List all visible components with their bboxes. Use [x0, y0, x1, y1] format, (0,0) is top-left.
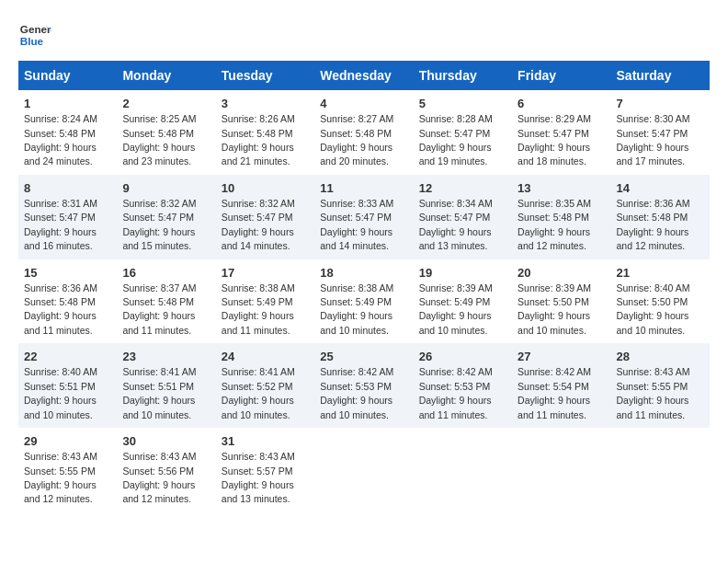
calendar-cell: 21 Sunrise: 8:40 AM Sunset: 5:50 PM Dayl… — [611, 259, 710, 344]
day-number: 11 — [320, 180, 407, 197]
daylight-info: Daylight: 9 hours and 12 minutes. — [518, 226, 590, 251]
calendar-cell: 29 Sunrise: 8:43 AM Sunset: 5:55 PM Dayl… — [18, 428, 117, 512]
calendar-cell: 15 Sunrise: 8:36 AM Sunset: 5:48 PM Dayl… — [18, 259, 117, 344]
daylight-info: Daylight: 9 hours and 10 minutes. — [122, 395, 195, 419]
sunrise-info: Sunrise: 8:32 AM — [122, 198, 196, 209]
sunset-info: Sunset: 5:55 PM — [24, 465, 96, 477]
sunset-info: Sunset: 5:49 PM — [320, 296, 392, 307]
sunrise-info: Sunrise: 8:29 AM — [518, 113, 591, 124]
daylight-info: Daylight: 9 hours and 17 minutes. — [617, 142, 689, 167]
calendar-cell: 10 Sunrise: 8:32 AM Sunset: 5:47 PM Dayl… — [216, 175, 314, 259]
sunset-info: Sunset: 5:47 PM — [419, 212, 491, 223]
sunrise-info: Sunrise: 8:40 AM — [24, 366, 97, 377]
sunset-info: Sunset: 5:52 PM — [222, 381, 293, 392]
daylight-info: Daylight: 9 hours and 12 minutes. — [122, 479, 195, 504]
sunrise-info: Sunrise: 8:43 AM — [222, 451, 295, 462]
sunset-info: Sunset: 5:47 PM — [617, 128, 688, 139]
calendar-cell: 2 Sunrise: 8:25 AM Sunset: 5:48 PM Dayli… — [117, 90, 215, 175]
sunrise-info: Sunrise: 8:30 AM — [617, 113, 690, 124]
column-header-monday: Monday — [117, 61, 215, 90]
svg-text:General: General — [20, 23, 51, 35]
sunrise-info: Sunrise: 8:36 AM — [24, 282, 97, 293]
day-number: 2 — [122, 96, 210, 112]
sunrise-info: Sunrise: 8:43 AM — [24, 451, 97, 462]
sunset-info: Sunset: 5:48 PM — [518, 212, 589, 223]
daylight-info: Daylight: 9 hours and 18 minutes. — [518, 142, 590, 167]
calendar-cell: 7 Sunrise: 8:30 AM Sunset: 5:47 PM Dayli… — [611, 90, 710, 175]
calendar-cell: 9 Sunrise: 8:32 AM Sunset: 5:47 PM Dayli… — [117, 175, 215, 259]
day-number: 3 — [222, 96, 309, 112]
sunrise-info: Sunrise: 8:38 AM — [320, 282, 393, 293]
calendar-cell — [611, 428, 710, 512]
column-header-sunday: Sunday — [18, 61, 117, 90]
calendar-cell: 14 Sunrise: 8:36 AM Sunset: 5:48 PM Dayl… — [611, 175, 710, 259]
calendar-cell: 4 Sunrise: 8:27 AM Sunset: 5:48 PM Dayli… — [314, 90, 413, 175]
calendar-cell — [314, 428, 413, 512]
daylight-info: Daylight: 9 hours and 11 minutes. — [518, 395, 590, 419]
calendar-cell: 27 Sunrise: 8:42 AM Sunset: 5:54 PM Dayl… — [512, 343, 610, 428]
sunrise-info: Sunrise: 8:43 AM — [122, 451, 196, 462]
daylight-info: Daylight: 9 hours and 13 minutes. — [419, 226, 492, 251]
daylight-info: Daylight: 9 hours and 11 minutes. — [24, 310, 97, 335]
sunset-info: Sunset: 5:47 PM — [122, 212, 194, 223]
daylight-info: Daylight: 9 hours and 10 minutes. — [222, 395, 294, 419]
column-header-saturday: Saturday — [611, 61, 710, 90]
daylight-info: Daylight: 9 hours and 10 minutes. — [320, 395, 392, 419]
daylight-info: Daylight: 9 hours and 11 minutes. — [122, 310, 195, 335]
sunset-info: Sunset: 5:51 PM — [24, 381, 96, 392]
sunset-info: Sunset: 5:48 PM — [617, 212, 688, 223]
sunrise-info: Sunrise: 8:34 AM — [419, 198, 493, 209]
sunset-info: Sunset: 5:47 PM — [419, 128, 491, 139]
daylight-info: Daylight: 9 hours and 24 minutes. — [24, 142, 97, 167]
sunset-info: Sunset: 5:48 PM — [24, 296, 96, 307]
sunset-info: Sunset: 5:48 PM — [320, 128, 392, 139]
sunrise-info: Sunrise: 8:36 AM — [617, 198, 690, 209]
sunset-info: Sunset: 5:51 PM — [122, 381, 194, 392]
calendar-cell: 17 Sunrise: 8:38 AM Sunset: 5:49 PM Dayl… — [216, 259, 314, 344]
calendar-cell: 6 Sunrise: 8:29 AM Sunset: 5:47 PM Dayli… — [512, 90, 610, 175]
header: General Blue — [18, 18, 710, 52]
daylight-info: Daylight: 9 hours and 11 minutes. — [419, 395, 492, 419]
column-header-thursday: Thursday — [414, 61, 512, 90]
day-number: 10 — [222, 180, 309, 197]
calendar-cell: 11 Sunrise: 8:33 AM Sunset: 5:47 PM Dayl… — [314, 175, 413, 259]
svg-text:Blue: Blue — [20, 35, 44, 47]
calendar-header-row: SundayMondayTuesdayWednesdayThursdayFrid… — [18, 61, 710, 90]
daylight-info: Daylight: 9 hours and 16 minutes. — [24, 226, 97, 251]
day-number: 30 — [122, 433, 210, 450]
calendar-week-row: 22 Sunrise: 8:40 AM Sunset: 5:51 PM Dayl… — [18, 343, 710, 428]
sunrise-info: Sunrise: 8:42 AM — [419, 366, 493, 377]
sunrise-info: Sunrise: 8:43 AM — [617, 366, 690, 377]
calendar-cell: 18 Sunrise: 8:38 AM Sunset: 5:49 PM Dayl… — [314, 259, 413, 344]
day-number: 7 — [617, 96, 704, 112]
day-number: 4 — [320, 96, 407, 112]
day-number: 16 — [122, 265, 210, 282]
column-header-tuesday: Tuesday — [216, 61, 314, 90]
daylight-info: Daylight: 9 hours and 21 minutes. — [222, 142, 294, 167]
calendar-cell: 12 Sunrise: 8:34 AM Sunset: 5:47 PM Dayl… — [414, 175, 512, 259]
sunset-info: Sunset: 5:47 PM — [222, 212, 293, 223]
day-number: 20 — [518, 265, 605, 282]
daylight-info: Daylight: 9 hours and 10 minutes. — [518, 310, 590, 335]
daylight-info: Daylight: 9 hours and 12 minutes. — [24, 479, 97, 504]
calendar-cell — [414, 428, 512, 512]
day-number: 23 — [122, 349, 210, 365]
day-number: 9 — [122, 180, 210, 197]
day-number: 17 — [222, 265, 309, 282]
daylight-info: Daylight: 9 hours and 10 minutes. — [320, 310, 392, 335]
daylight-info: Daylight: 9 hours and 12 minutes. — [617, 226, 689, 251]
calendar-cell: 8 Sunrise: 8:31 AM Sunset: 5:47 PM Dayli… — [18, 175, 117, 259]
day-number: 26 — [419, 349, 506, 365]
calendar-cell: 26 Sunrise: 8:42 AM Sunset: 5:53 PM Dayl… — [414, 343, 512, 428]
calendar-cell: 22 Sunrise: 8:40 AM Sunset: 5:51 PM Dayl… — [18, 343, 117, 428]
sunset-info: Sunset: 5:57 PM — [222, 465, 293, 477]
daylight-info: Daylight: 9 hours and 11 minutes. — [222, 310, 294, 335]
day-number: 5 — [419, 96, 506, 112]
sunset-info: Sunset: 5:49 PM — [419, 296, 491, 307]
sunrise-info: Sunrise: 8:24 AM — [24, 113, 97, 124]
sunrise-info: Sunrise: 8:41 AM — [122, 366, 196, 377]
daylight-info: Daylight: 9 hours and 23 minutes. — [122, 142, 195, 167]
day-number: 21 — [617, 265, 704, 282]
day-number: 19 — [419, 265, 506, 282]
calendar-cell: 20 Sunrise: 8:39 AM Sunset: 5:50 PM Dayl… — [512, 259, 610, 344]
